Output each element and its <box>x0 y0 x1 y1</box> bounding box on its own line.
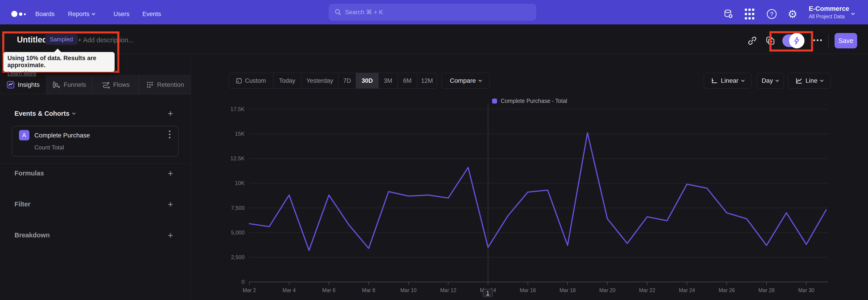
events-cohorts-header[interactable]: Events & Cohorts <box>14 110 75 117</box>
funnels-icon <box>52 81 60 89</box>
range-yesterday[interactable]: Yesterday <box>301 73 338 88</box>
svg-text:Mar 2: Mar 2 <box>243 287 256 293</box>
linear-axis-icon <box>711 77 718 84</box>
insights-icon <box>6 81 15 89</box>
nav-item-reports[interactable]: Reports <box>68 11 95 18</box>
copy-link-icon[interactable] <box>747 35 758 46</box>
chevron-down-icon <box>72 111 76 115</box>
svg-text:Mar 22: Mar 22 <box>639 287 655 293</box>
svg-text:Mar 12: Mar 12 <box>440 287 456 293</box>
scale-selector[interactable]: Linear <box>704 73 751 89</box>
chart-type-selector[interactable]: Line <box>788 73 831 89</box>
event-metric[interactable]: Count Total <box>34 144 64 151</box>
event-name[interactable]: Complete Purchase <box>34 132 90 139</box>
section-breakdown[interactable]: Breakdown <box>14 232 50 239</box>
tab-insights[interactable]: Insights <box>0 75 46 94</box>
apps-grid-icon[interactable] <box>744 8 755 20</box>
event-kebab-menu[interactable] <box>169 130 170 138</box>
data-management-icon[interactable] <box>722 8 734 20</box>
range-label: Today <box>279 77 295 84</box>
nav-item-boards[interactable]: Boards <box>35 11 55 18</box>
svg-text:10K: 10K <box>235 180 245 186</box>
svg-text:Mar 16: Mar 16 <box>520 287 536 293</box>
nav-item-users[interactable]: Users <box>114 11 129 18</box>
add-filter-button[interactable]: + <box>165 200 176 209</box>
range-today[interactable]: Today <box>273 73 301 88</box>
svg-text:17.5K: 17.5K <box>230 106 245 112</box>
svg-text:7,500: 7,500 <box>231 205 245 211</box>
search-icon <box>335 9 341 16</box>
duplicate-icon[interactable] <box>765 35 776 46</box>
nav-item-label: Events <box>143 11 161 18</box>
tab-funnels[interactable]: Funnels <box>46 75 92 94</box>
range-label: 12M <box>421 77 433 84</box>
nav-item-label: Boards <box>35 11 55 18</box>
range-30d-selected[interactable]: 30D <box>356 73 378 88</box>
svg-text:Mar 4: Mar 4 <box>283 287 296 293</box>
range-7d[interactable]: 7D <box>338 73 356 88</box>
search-placeholder: Search ⌘ + K <box>345 8 383 16</box>
app-screen: Boards Reports Users Events Search ⌘ + K… <box>0 0 868 300</box>
granularity-selector[interactable]: Day <box>756 73 784 89</box>
svg-text:Mar 10: Mar 10 <box>400 287 416 293</box>
nav-item-label: Reports <box>68 11 90 18</box>
section-filter[interactable]: Filter <box>14 201 31 208</box>
range-6m[interactable]: 6M <box>397 73 417 88</box>
learn-more-link[interactable]: Learn More <box>7 70 36 77</box>
more-options-button[interactable] <box>813 39 822 41</box>
search-input[interactable]: Search ⌘ + K <box>329 4 536 20</box>
tab-label: Retention <box>157 81 184 88</box>
svg-text:Mar 24: Mar 24 <box>679 287 695 293</box>
svg-text:Mar 20: Mar 20 <box>599 287 616 293</box>
settings-gear-icon[interactable]: ⚙ <box>786 8 798 20</box>
section-divider <box>0 163 191 164</box>
project-name[interactable]: E-Commerce <box>809 5 849 12</box>
add-formula-button[interactable]: + <box>165 169 176 178</box>
calendar-icon <box>236 78 242 84</box>
chevron-down-icon <box>820 78 824 82</box>
logo-dot-small <box>24 13 26 15</box>
sampled-badge[interactable]: Sampled <box>45 34 78 45</box>
date-range-group: Custom Today Yesterday 7D 30D 3M 6M 12M <box>228 73 437 89</box>
chevron-down-icon <box>741 78 745 82</box>
tab-retention[interactable]: Retention <box>139 75 191 94</box>
project-chevron-down-icon[interactable] <box>851 11 855 15</box>
tab-label: Funnels <box>64 81 86 88</box>
tab-flows[interactable]: Flows <box>92 75 139 94</box>
chevron-down-icon <box>478 78 482 82</box>
granularity-label: Day <box>762 77 773 84</box>
event-card[interactable]: A Complete Purchase Count Total <box>12 126 179 157</box>
svg-text:15K: 15K <box>235 131 245 137</box>
svg-text:Mar 8: Mar 8 <box>362 287 375 293</box>
add-description-field[interactable]: + Add description... <box>78 36 133 44</box>
retention-icon <box>146 81 154 89</box>
range-label: 6M <box>403 77 412 84</box>
range-12m[interactable]: 12M <box>417 73 437 88</box>
sampling-toggle[interactable] <box>782 34 804 47</box>
compare-label: Compare <box>450 77 476 84</box>
range-label: Custom <box>245 77 266 84</box>
range-3m[interactable]: 3M <box>378 73 397 88</box>
tab-label: Flows <box>113 81 129 88</box>
svg-text:Mar 18: Mar 18 <box>559 287 576 293</box>
nav-item-events[interactable]: Events <box>143 11 161 18</box>
range-label: Yesterday <box>306 77 333 84</box>
help-icon[interactable]: ? <box>766 8 778 20</box>
add-breakdown-button[interactable]: + <box>165 230 176 240</box>
chart-type-label: Line <box>806 77 817 84</box>
line-chart[interactable]: 02,5005,0007,50010K12.5K15K17.5KMar 2Mar… <box>191 93 868 300</box>
report-title[interactable]: Untitled <box>17 35 47 44</box>
range-custom[interactable]: Custom <box>229 73 273 88</box>
svg-text:Mar 28: Mar 28 <box>758 287 775 293</box>
range-label: 3M <box>384 77 393 84</box>
save-button[interactable]: Save <box>835 33 857 49</box>
tab-label: Insights <box>18 81 40 88</box>
svg-text:Mar 30: Mar 30 <box>798 287 814 293</box>
pagination-page-1[interactable]: 1 <box>483 289 493 297</box>
add-event-button[interactable]: + <box>165 109 176 118</box>
logo-dot-medium <box>19 12 22 16</box>
svg-text:5,000: 5,000 <box>231 230 245 236</box>
compare-button[interactable]: Compare <box>441 73 490 89</box>
section-formulas[interactable]: Formulas <box>14 170 44 177</box>
scale-label: Linear <box>721 77 739 84</box>
